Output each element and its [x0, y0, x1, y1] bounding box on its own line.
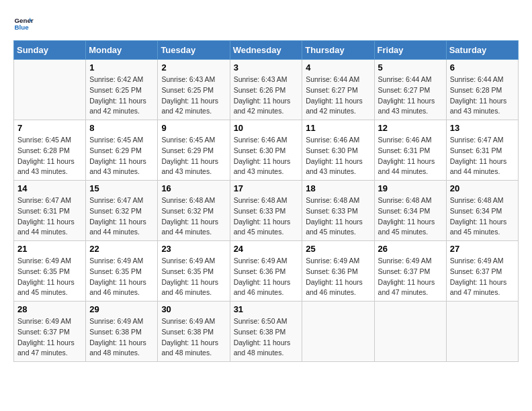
day-info: Sunrise: 6:49 AMSunset: 6:36 PMDaylight:…: [306, 256, 370, 298]
day-number: 10: [234, 123, 299, 133]
calendar-cell: 25Sunrise: 6:49 AMSunset: 6:36 PMDayligh…: [302, 241, 374, 302]
calendar-cell: 29Sunrise: 6:49 AMSunset: 6:38 PMDayligh…: [86, 302, 158, 362]
calendar-cell: 23Sunrise: 6:49 AMSunset: 6:35 PMDayligh…: [158, 241, 230, 302]
calendar-cell: 16Sunrise: 6:48 AMSunset: 6:32 PMDayligh…: [158, 181, 230, 241]
calendar-cell: 31Sunrise: 6:50 AMSunset: 6:38 PMDayligh…: [230, 302, 302, 362]
day-info: Sunrise: 6:42 AMSunset: 6:25 PMDaylight:…: [89, 75, 154, 117]
day-info: Sunrise: 6:49 AMSunset: 6:38 PMDaylight:…: [89, 316, 154, 359]
day-number: 18: [306, 183, 370, 193]
day-info: Sunrise: 6:48 AMSunset: 6:32 PMDaylight:…: [161, 195, 226, 238]
day-info: Sunrise: 6:45 AMSunset: 6:28 PMDaylight:…: [17, 135, 82, 177]
day-info: Sunrise: 6:48 AMSunset: 6:33 PMDaylight:…: [234, 195, 299, 238]
day-number: 31: [234, 304, 299, 314]
day-info: Sunrise: 6:46 AMSunset: 6:30 PMDaylight:…: [234, 135, 299, 177]
calendar-cell: 18Sunrise: 6:48 AMSunset: 6:33 PMDayligh…: [302, 181, 374, 241]
calendar-cell: 15Sunrise: 6:47 AMSunset: 6:32 PMDayligh…: [86, 181, 158, 241]
calendar-cell: 24Sunrise: 6:49 AMSunset: 6:36 PMDayligh…: [230, 241, 302, 302]
day-info: Sunrise: 6:48 AMSunset: 6:34 PMDaylight:…: [450, 195, 515, 238]
day-info: Sunrise: 6:44 AMSunset: 6:28 PMDaylight:…: [450, 75, 515, 117]
day-number: 26: [378, 244, 443, 254]
day-number: 6: [450, 62, 515, 73]
calendar-cell: 28Sunrise: 6:49 AMSunset: 6:37 PMDayligh…: [14, 302, 86, 362]
day-number: 17: [234, 183, 299, 193]
calendar-cell: 1Sunrise: 6:42 AMSunset: 6:25 PMDaylight…: [86, 60, 158, 120]
calendar-cell: 12Sunrise: 6:46 AMSunset: 6:31 PMDayligh…: [374, 120, 446, 181]
day-number: 23: [161, 244, 226, 254]
day-number: 8: [89, 123, 154, 133]
day-number: 1: [89, 62, 154, 73]
day-info: Sunrise: 6:44 AMSunset: 6:27 PMDaylight:…: [306, 75, 370, 117]
column-header-thursday: Thursday: [302, 41, 374, 60]
day-number: 22: [89, 244, 154, 254]
calendar-cell: 14Sunrise: 6:47 AMSunset: 6:31 PMDayligh…: [14, 181, 86, 241]
day-number: 2: [161, 62, 226, 73]
day-info: Sunrise: 6:47 AMSunset: 6:31 PMDaylight:…: [17, 195, 82, 238]
day-number: 13: [450, 123, 515, 133]
calendar-cell: 10Sunrise: 6:46 AMSunset: 6:30 PMDayligh…: [230, 120, 302, 181]
day-info: Sunrise: 6:49 AMSunset: 6:38 PMDaylight:…: [161, 316, 226, 359]
day-number: 29: [89, 304, 154, 314]
calendar-body: 1Sunrise: 6:42 AMSunset: 6:25 PMDaylight…: [14, 60, 519, 362]
svg-text:Blue: Blue: [15, 24, 30, 31]
day-number: 7: [17, 123, 82, 133]
week-row-5: 28Sunrise: 6:49 AMSunset: 6:37 PMDayligh…: [14, 302, 519, 362]
calendar-cell: 5Sunrise: 6:44 AMSunset: 6:27 PMDaylight…: [374, 60, 446, 120]
calendar-cell: 4Sunrise: 6:44 AMSunset: 6:27 PMDaylight…: [302, 60, 374, 120]
calendar-cell: 7Sunrise: 6:45 AMSunset: 6:28 PMDaylight…: [14, 120, 86, 181]
day-number: 30: [161, 304, 226, 314]
column-header-sunday: Sunday: [14, 41, 86, 60]
day-number: 4: [306, 62, 370, 73]
calendar-cell: 27Sunrise: 6:49 AMSunset: 6:37 PMDayligh…: [446, 241, 518, 302]
day-info: Sunrise: 6:43 AMSunset: 6:25 PMDaylight:…: [161, 75, 226, 117]
day-number: 24: [234, 244, 299, 254]
day-number: 15: [89, 183, 154, 193]
calendar-cell: 11Sunrise: 6:46 AMSunset: 6:30 PMDayligh…: [302, 120, 374, 181]
calendar-cell: 30Sunrise: 6:49 AMSunset: 6:38 PMDayligh…: [158, 302, 230, 362]
day-number: 25: [306, 244, 370, 254]
calendar-header-row: SundayMondayTuesdayWednesdayThursdayFrid…: [14, 41, 519, 60]
day-info: Sunrise: 6:46 AMSunset: 6:31 PMDaylight:…: [378, 135, 443, 177]
column-header-saturday: Saturday: [446, 41, 518, 60]
day-number: 11: [306, 123, 370, 133]
day-info: Sunrise: 6:45 AMSunset: 6:29 PMDaylight:…: [89, 135, 154, 177]
calendar-cell: 22Sunrise: 6:49 AMSunset: 6:35 PMDayligh…: [86, 241, 158, 302]
logo-icon: General Blue: [13, 13, 34, 34]
day-info: Sunrise: 6:47 AMSunset: 6:32 PMDaylight:…: [89, 195, 154, 238]
calendar-table: SundayMondayTuesdayWednesdayThursdayFrid…: [13, 40, 519, 362]
calendar-cell: 9Sunrise: 6:45 AMSunset: 6:29 PMDaylight…: [158, 120, 230, 181]
day-info: Sunrise: 6:49 AMSunset: 6:37 PMDaylight:…: [17, 316, 82, 359]
day-info: Sunrise: 6:44 AMSunset: 6:27 PMDaylight:…: [378, 75, 443, 117]
day-info: Sunrise: 6:48 AMSunset: 6:33 PMDaylight:…: [306, 195, 370, 238]
day-number: 19: [378, 183, 443, 193]
calendar-cell: 17Sunrise: 6:48 AMSunset: 6:33 PMDayligh…: [230, 181, 302, 241]
column-header-monday: Monday: [86, 41, 158, 60]
day-info: Sunrise: 6:49 AMSunset: 6:37 PMDaylight:…: [378, 256, 443, 298]
calendar-cell: [14, 60, 86, 120]
calendar-cell: 26Sunrise: 6:49 AMSunset: 6:37 PMDayligh…: [374, 241, 446, 302]
calendar-cell: [374, 302, 446, 362]
calendar-cell: 21Sunrise: 6:49 AMSunset: 6:35 PMDayligh…: [14, 241, 86, 302]
week-row-2: 7Sunrise: 6:45 AMSunset: 6:28 PMDaylight…: [14, 120, 519, 181]
column-header-friday: Friday: [374, 41, 446, 60]
day-number: 16: [161, 183, 226, 193]
day-number: 9: [161, 123, 226, 133]
day-number: 3: [234, 62, 299, 73]
day-info: Sunrise: 6:43 AMSunset: 6:26 PMDaylight:…: [234, 75, 299, 117]
day-number: 27: [450, 244, 515, 254]
column-header-tuesday: Tuesday: [158, 41, 230, 60]
day-number: 20: [450, 183, 515, 193]
calendar-cell: 6Sunrise: 6:44 AMSunset: 6:28 PMDaylight…: [446, 60, 518, 120]
week-row-3: 14Sunrise: 6:47 AMSunset: 6:31 PMDayligh…: [14, 181, 519, 241]
day-number: 12: [378, 123, 443, 133]
day-info: Sunrise: 6:49 AMSunset: 6:35 PMDaylight:…: [89, 256, 154, 298]
column-header-wednesday: Wednesday: [230, 41, 302, 60]
calendar-cell: 19Sunrise: 6:48 AMSunset: 6:34 PMDayligh…: [374, 181, 446, 241]
week-row-4: 21Sunrise: 6:49 AMSunset: 6:35 PMDayligh…: [14, 241, 519, 302]
day-info: Sunrise: 6:45 AMSunset: 6:29 PMDaylight:…: [161, 135, 226, 177]
calendar-cell: [302, 302, 374, 362]
day-info: Sunrise: 6:47 AMSunset: 6:31 PMDaylight:…: [450, 135, 515, 177]
day-info: Sunrise: 6:49 AMSunset: 6:36 PMDaylight:…: [234, 256, 299, 298]
logo: General Blue: [13, 13, 34, 34]
calendar-cell: 3Sunrise: 6:43 AMSunset: 6:26 PMDaylight…: [230, 60, 302, 120]
day-info: Sunrise: 6:48 AMSunset: 6:34 PMDaylight:…: [378, 195, 443, 238]
